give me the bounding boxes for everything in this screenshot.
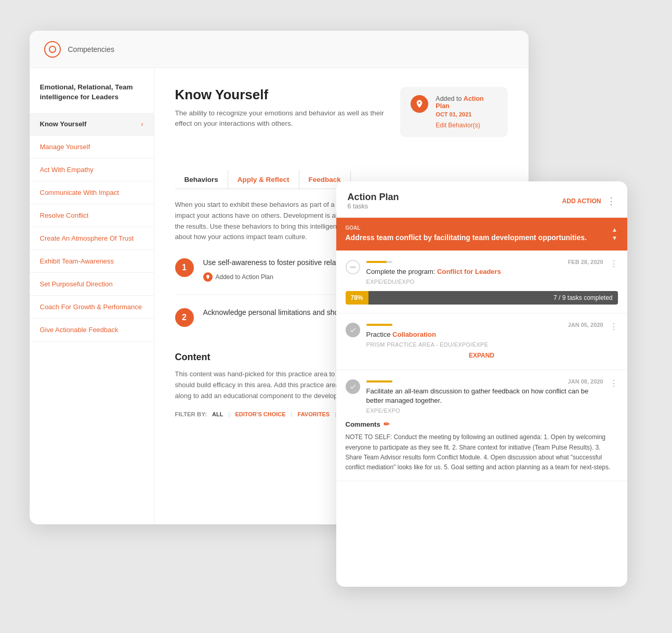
sidebar-item-create-atmosphere[interactable]: Create An Atmosphere Of Trust — [30, 227, 154, 250]
task-mini-progress-3 — [366, 380, 392, 383]
sidebar-item-coach[interactable]: Coach For Growth & Performance — [30, 296, 154, 319]
progress-percentage-1: 78% — [346, 291, 368, 305]
action-plan-header: Action Plan 6 tasks ADD ACTION ⋮ — [336, 181, 627, 218]
task-more-icon-2[interactable]: ⋮ — [610, 322, 618, 332]
task-sub-1: EXPE/EDU/EXPO — [366, 279, 603, 285]
chevron-right-icon: › — [141, 120, 143, 128]
app-title: Competencies — [68, 45, 115, 54]
task-date-1: FEB 28, 2020 — [568, 259, 603, 265]
comments-edit-icon[interactable]: ✏ — [384, 420, 390, 428]
task-mini-progress-1 — [366, 261, 392, 263]
action-plan-banner: Added to Action Plan OCT 01, 2021 Edit B… — [400, 87, 507, 137]
sidebar-item-label: Create An Atmosphere Of Trust — [40, 234, 134, 242]
goal-sort-arrows[interactable]: ▲ ▼ — [612, 226, 618, 242]
tab-behaviors[interactable]: Behaviors — [175, 170, 228, 189]
behavior-number-2: 2 — [175, 308, 194, 327]
task-title-3: Facilitate an all-team discussion to gat… — [366, 387, 603, 405]
action-plan-card: Action Plan 6 tasks ADD ACTION ⋮ GOAL Ad… — [336, 181, 627, 587]
goal-text: Address team conflict by facilitating te… — [346, 233, 587, 243]
task-checkbox-3[interactable] — [346, 379, 360, 394]
task-more-icon-1[interactable]: ⋮ — [610, 259, 618, 269]
task-comments-section: Comments ✏ NOTE TO SELF: Conduct the mee… — [346, 420, 618, 472]
add-action-button[interactable]: ADD ACTION — [562, 197, 601, 205]
page-title: Know Yourself — [175, 87, 388, 103]
sidebar-heading: Emotional, Relational, Team intelligence… — [30, 83, 154, 113]
sidebar-item-label: Exhibit Team-Awareness — [40, 257, 114, 265]
task-checkbox-1[interactable] — [346, 260, 360, 274]
expand-button-2[interactable]: EXPAND — [346, 348, 618, 361]
task-date-3: JAN 08, 2020 — [568, 378, 603, 385]
task-item-1: FEB 28, 2020 Complete the program: Confl… — [336, 250, 627, 313]
sidebar-item-feedback[interactable]: Give Actionable Feedback — [30, 319, 154, 341]
progress-remaining-1: 7 / 9 tasks completed — [368, 291, 618, 305]
sidebar-item-communicate[interactable]: Communicate With Impact — [30, 181, 154, 204]
action-plan-title: Action Plan — [348, 192, 399, 203]
task-item-2: JAN 05, 2020 Practice Collaboration PRIS… — [336, 313, 627, 370]
sidebar: Emotional, Relational, Team intelligence… — [30, 68, 154, 524]
sidebar-item-label: Coach For Growth & Performance — [40, 303, 142, 311]
sidebar-item-label: Resolve Conflict — [40, 212, 89, 219]
sidebar-item-label: Give Actionable Feedback — [40, 326, 118, 334]
filter-all[interactable]: ALL — [212, 411, 223, 417]
sidebar-item-label: Set Purposeful Direction — [40, 280, 113, 288]
sidebar-item-label: Manage Yourself — [40, 143, 90, 151]
action-plan-icon — [411, 95, 428, 113]
task-more-icon-3[interactable]: ⋮ — [610, 378, 618, 388]
sidebar-item-exhibit-team[interactable]: Exhibit Team-Awareness — [30, 250, 154, 273]
sidebar-item-manage-yourself[interactable]: Manage Yourself — [30, 136, 154, 159]
sidebar-item-resolve-conflict[interactable]: Resolve Conflict — [30, 204, 154, 227]
task-sub-3: EXPE/EXPO — [366, 407, 603, 414]
behavior-number-1: 1 — [175, 258, 194, 277]
arrow-up-icon: ▲ — [612, 226, 618, 233]
task-title-2: Practice Collaboration — [366, 330, 603, 339]
behavior-added-icon — [203, 272, 213, 282]
sidebar-item-know-yourself[interactable]: Know Yourself › — [30, 113, 154, 136]
edit-behavior-button[interactable]: Edit Behavior(s) — [436, 122, 497, 129]
logo-inner-circle — [49, 46, 56, 53]
action-banner-added-text: Added to Action Plan — [436, 95, 497, 110]
sidebar-item-label: Communicate With Impact — [40, 189, 119, 196]
comments-header: Comments ✏ — [346, 420, 618, 428]
task-mini-progress-2 — [366, 324, 392, 326]
sidebar-item-label: Act With Empathy — [40, 166, 94, 174]
filter-favorites[interactable]: FAVORITES — [298, 411, 330, 417]
sidebar-item-purposeful[interactable]: Set Purposeful Direction — [30, 273, 154, 296]
action-plan-count: 6 tasks — [348, 203, 399, 210]
tab-apply-reflect[interactable]: Apply & Reflect — [228, 170, 299, 189]
sidebar-item-act-with-empathy[interactable]: Act With Empathy — [30, 159, 154, 181]
task-item-3: JAN 08, 2020 Facilitate an all-team disc… — [336, 370, 627, 481]
sidebar-item-label: Know Yourself — [40, 120, 87, 128]
task-title-1: Complete the program: Conflict for Leade… — [366, 267, 603, 276]
arrow-down-icon: ▼ — [612, 234, 618, 242]
goal-label: GOAL — [346, 225, 587, 231]
app-header: Competencies — [30, 31, 529, 68]
filter-by-label: FILTER BY: — [175, 411, 207, 417]
filter-editors-choice[interactable]: EDITOR'S CHOICE — [235, 411, 285, 417]
task-sub-2: PRISM PRACTICE AREA - EDU/EXPO/EXPE — [366, 341, 603, 348]
comments-text: NOTE TO SELF: Conduct the meeting by fol… — [346, 432, 618, 472]
task-date-2: JAN 05, 2020 — [568, 322, 603, 328]
action-plan-header-actions: ADD ACTION ⋮ — [562, 195, 616, 207]
task-progress-row-1: 78% 7 / 9 tasks completed — [346, 291, 618, 305]
action-banner-date: OCT 01, 2021 — [436, 111, 497, 117]
page-description: The ability to recognize your emotions a… — [175, 108, 388, 129]
task-checkbox-2[interactable] — [346, 323, 360, 337]
more-options-icon[interactable]: ⋮ — [607, 195, 616, 207]
goal-banner: GOAL Address team conflict by facilitati… — [336, 218, 627, 250]
app-logo — [44, 41, 61, 58]
